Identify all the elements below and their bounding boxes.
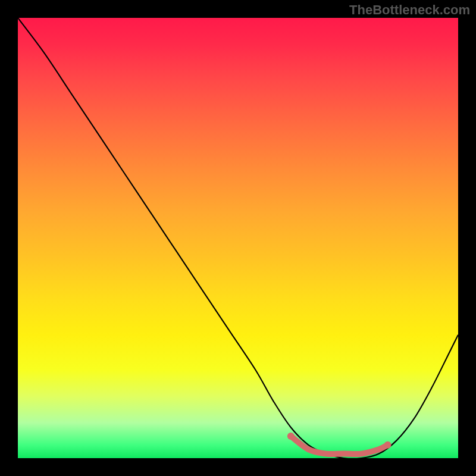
- highlight-end-dot: [384, 441, 392, 449]
- curve-svg: [18, 18, 458, 458]
- highlight-start-dot: [287, 433, 295, 440]
- highlight-segment-path: [291, 436, 388, 454]
- plot-area: [18, 18, 458, 458]
- bottleneck-curve-path: [18, 18, 458, 458]
- watermark-text: TheBottleneck.com: [349, 2, 470, 18]
